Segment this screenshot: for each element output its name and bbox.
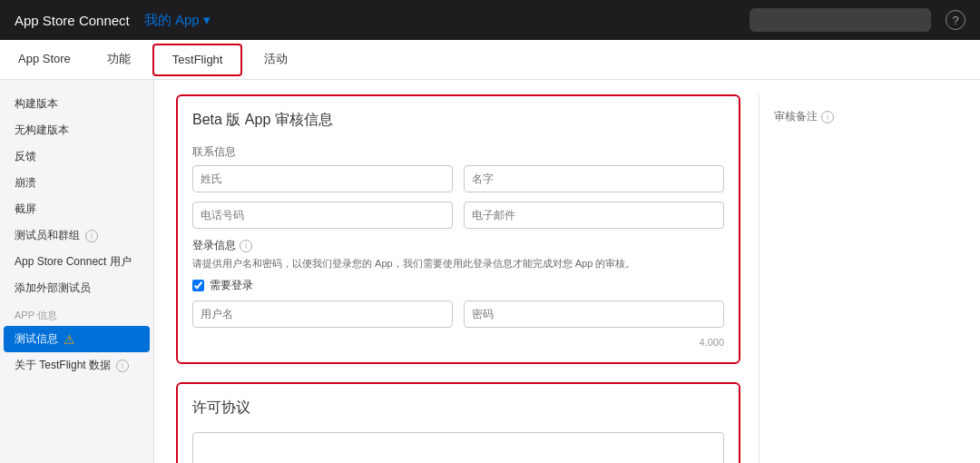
top-bar: App Store Connect 我的 App ▾ ? — [0, 0, 980, 40]
beta-review-title: Beta 版 App 审核信息 — [192, 111, 724, 130]
contact-info-label: 联系信息 — [192, 144, 724, 160]
sidebar-item-no-builds[interactable]: 无构建版本 — [0, 117, 153, 143]
content-area: Beta 版 App 审核信息 联系信息 登录信息 i 请提供用户名和密 — [154, 80, 980, 463]
email-input[interactable] — [464, 202, 724, 229]
content-inner: Beta 版 App 审核信息 联系信息 登录信息 i 请提供用户名和密 — [176, 94, 958, 463]
right-panel: 审核备注 i — [759, 94, 958, 463]
need-login-label: 需要登录 — [210, 278, 253, 293]
sidebar-item-feedback[interactable]: 反馈 — [0, 143, 153, 170]
sidebar-item-crashes[interactable]: 崩溃 — [0, 170, 153, 196]
help-button[interactable]: ? — [946, 10, 965, 30]
beta-review-section: Beta 版 App 审核信息 联系信息 登录信息 i 请提供用户名和密 — [176, 94, 740, 364]
app-store-connect-title: App Store Connect — [15, 13, 130, 28]
sidebar-item-about-testflight[interactable]: 关于 TestFlight 数据 i — [0, 352, 153, 379]
tab-testflight[interactable]: TestFlight — [152, 44, 243, 76]
about-testflight-info-icon: i — [116, 360, 129, 372]
main-layout: 构建版本 无构建版本 反馈 崩溃 截屏 测试员和群组 i App Store C… — [0, 80, 980, 463]
tab-app-store[interactable]: App Store — [0, 40, 89, 80]
first-name-input[interactable] — [464, 165, 724, 192]
login-info-icon: i — [240, 240, 252, 252]
need-login-row: 需要登录 — [192, 278, 724, 293]
review-notes-label: 审核备注 i — [774, 109, 944, 124]
sidebar-item-builds[interactable]: 构建版本 — [0, 91, 153, 117]
credentials-row — [192, 300, 724, 328]
sidebar-item-add-external[interactable]: 添加外部测试员 — [0, 275, 153, 301]
last-name-input[interactable] — [192, 165, 453, 192]
sidebar-item-screenshots[interactable]: 截屏 — [0, 196, 153, 222]
char-count: 4,000 — [192, 337, 724, 348]
tab-activity[interactable]: 活动 — [246, 40, 306, 80]
login-description: 请提供用户名和密码，以便我们登录您的 App，我们需要使用此登录信息才能完成对您… — [192, 257, 724, 271]
search-input[interactable] — [750, 8, 931, 32]
license-section: 许可协议 — [176, 382, 740, 463]
password-input[interactable] — [464, 300, 724, 328]
phone-input[interactable] — [192, 202, 453, 229]
test-info-warning-icon: ⚠ — [64, 332, 75, 347]
review-notes-info-icon: i — [821, 111, 834, 123]
tab-features[interactable]: 功能 — [89, 40, 149, 80]
content-main: Beta 版 App 审核信息 联系信息 登录信息 i 请提供用户名和密 — [176, 94, 740, 463]
sidebar-item-asc-users[interactable]: App Store Connect 用户 — [0, 249, 153, 275]
contact-row — [192, 202, 724, 229]
sidebar: 构建版本 无构建版本 反馈 崩溃 截屏 测试员和群组 i App Store C… — [0, 80, 154, 463]
license-textarea[interactable] — [192, 432, 724, 463]
tab-bar: App Store 功能 TestFlight 活动 — [0, 40, 980, 80]
name-row — [192, 165, 724, 192]
username-input[interactable] — [192, 300, 453, 328]
need-login-checkbox[interactable] — [192, 280, 204, 291]
sidebar-section-app-info: APP 信息 — [0, 301, 153, 326]
sidebar-item-test-info[interactable]: 测试信息 ⚠ — [4, 326, 150, 352]
app-name-link[interactable]: 我的 App ▾ — [144, 12, 211, 29]
sidebar-item-testers[interactable]: 测试员和群组 i — [0, 222, 153, 249]
license-title: 许可协议 — [192, 399, 724, 418]
login-info-label: 登录信息 i — [192, 238, 724, 253]
testers-info-icon: i — [85, 230, 98, 242]
